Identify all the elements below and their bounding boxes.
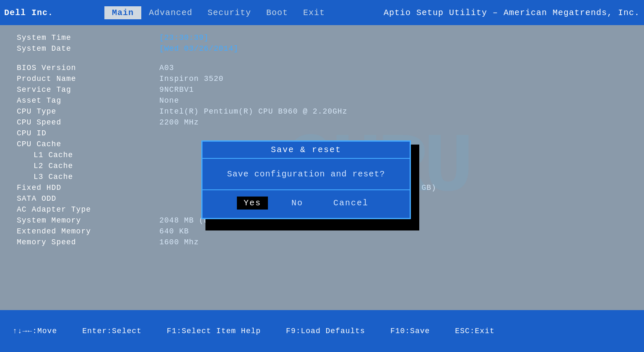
system-time-label: System Time — [17, 34, 159, 42]
service-tag-label: Service Tag — [17, 85, 159, 94]
l1-cache-label: L1 Cache — [34, 151, 176, 159]
hint-enter: Enter:Select — [82, 327, 142, 335]
bottom-bar: ↑↓→←:Move Enter:Select F1:Select Item He… — [0, 310, 644, 352]
extended-memory-label: Extended Memory — [17, 227, 159, 236]
product-name-label: Product Name — [17, 75, 159, 83]
dialog-buttons: Yes No Cancel — [203, 189, 410, 218]
hint-move: ↑↓→←:Move — [13, 327, 57, 335]
product-name-row: Product Name Inspiron 3520 — [17, 75, 627, 83]
l3-cache-label: L3 Cache — [34, 173, 176, 181]
system-date-label: System Date — [17, 44, 159, 53]
vendor-label: Dell Inc. — [4, 8, 53, 18]
bios-version-row: BIOS Version A03 — [17, 64, 627, 72]
sata-odd-label: SATA ODD — [17, 194, 159, 203]
bios-version-value: A03 — [159, 64, 174, 72]
memory-speed-value: 1600 Mhz — [159, 238, 199, 246]
asset-tag-label: Asset Tag — [17, 96, 159, 105]
hint-f1: F1:Select Item Help — [167, 327, 261, 335]
cpu-speed-value: 2200 MHz — [159, 118, 199, 127]
memory-speed-row: Memory Speed 1600 Mhz — [17, 238, 627, 246]
nav-menu: Main Advanced Security Boot Exit — [104, 6, 332, 19]
dialog-cancel-button[interactable]: Cancel — [327, 197, 375, 210]
save-reset-dialog: Save & reset Save configuration and rese… — [201, 140, 411, 219]
cpu-cache-label: CPU Cache — [17, 140, 159, 148]
dialog-message: Save configuration and reset? — [203, 159, 410, 189]
bios-version-label: BIOS Version — [17, 64, 159, 72]
system-time-row: System Time [23:30:39] — [17, 34, 627, 42]
dialog-no-button[interactable]: No — [285, 197, 310, 210]
top-bar: Dell Inc. Main Advanced Security Boot Ex… — [0, 0, 644, 25]
system-time-value[interactable]: [23:30:39] — [159, 34, 209, 42]
asset-tag-value: None — [159, 96, 179, 105]
cpu-id-row: CPU ID — [17, 129, 627, 137]
hint-esc: ESC:Exit — [455, 327, 494, 335]
l2-cache-label: L2 Cache — [34, 162, 176, 170]
dialog-yes-button[interactable]: Yes — [237, 197, 268, 210]
service-tag-value: 9NCRBV1 — [159, 85, 194, 94]
dialog-title: Save & reset — [203, 142, 410, 159]
nav-item-main[interactable]: Main — [104, 6, 141, 19]
cpu-id-label: CPU ID — [17, 129, 159, 137]
asset-tag-row: Asset Tag None — [17, 96, 627, 105]
cpu-type-value: Intel(R) Pentium(R) CPU B960 @ 2.20GHz — [159, 107, 347, 116]
utility-title: Aptio Setup Utility – American Megatrend… — [384, 8, 640, 18]
nav-item-security[interactable]: Security — [200, 6, 259, 19]
cpu-speed-row: CPU Speed 2200 MHz — [17, 118, 627, 127]
main-content: GURU System Time [23:30:39] System Date … — [0, 25, 644, 310]
nav-item-exit[interactable]: Exit — [296, 6, 332, 19]
ac-adapter-label: AC Adapter Type — [17, 205, 159, 214]
memory-speed-label: Memory Speed — [17, 238, 159, 246]
fixed-hdd-label: Fixed HDD — [17, 184, 159, 192]
service-tag-row: Service Tag 9NCRBV1 — [17, 85, 627, 94]
system-memory-label: System Memory — [17, 216, 159, 225]
cpu-type-label: CPU Type — [17, 107, 159, 116]
cpu-speed-label: CPU Speed — [17, 118, 159, 127]
extended-memory-value: 640 KB — [159, 227, 189, 236]
hint-f9: F9:Load Defaults — [286, 327, 365, 335]
system-date-row: System Date [Wed 03/26/2014] — [17, 44, 627, 53]
product-name-value: Inspiron 3520 — [159, 75, 223, 83]
system-date-value[interactable]: [Wed 03/26/2014] — [159, 44, 239, 53]
nav-item-boot[interactable]: Boot — [259, 6, 296, 19]
nav-item-advanced[interactable]: Advanced — [141, 6, 200, 19]
cpu-type-row: CPU Type Intel(R) Pentium(R) CPU B960 @ … — [17, 107, 627, 116]
hint-f10: F10:Save — [390, 327, 430, 335]
